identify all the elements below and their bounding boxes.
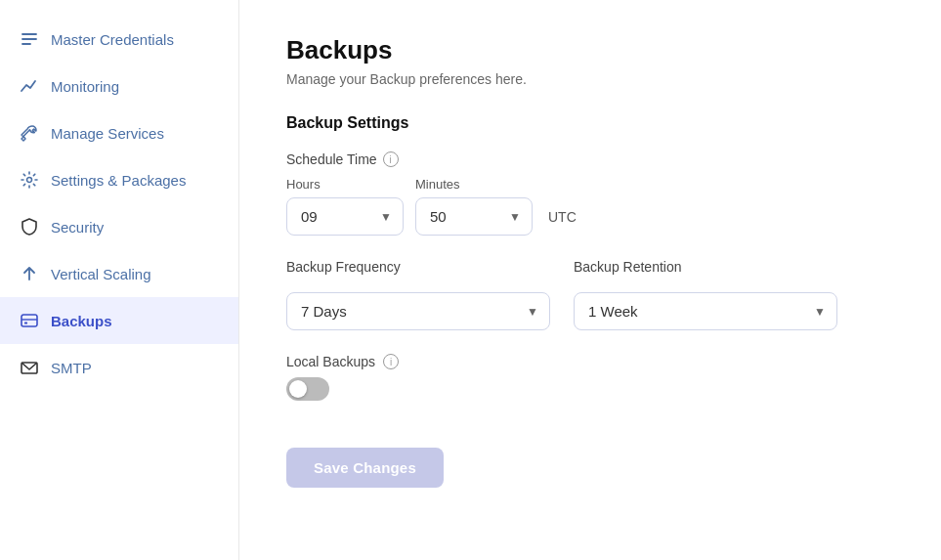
backup-icon [20,311,39,330]
backup-retention-group: Backup Retention 1 Week 2 Weeks 1 Month … [574,259,837,330]
sidebar-item-label: Backups [51,313,112,329]
sidebar-item-label: SMTP [51,360,92,376]
svg-point-3 [27,178,32,183]
backup-frequency-label: Backup Frequency [286,259,550,275]
retention-select-wrapper: 1 Week 2 Weeks 1 Month 3 Months ▼ [574,292,837,330]
sidebar-item-monitoring[interactable]: Monitoring [0,63,238,109]
sidebar-item-label: Settings & Packages [51,172,186,189]
hours-select-wrapper: 09 000102 030405 060708 101112 131415 16… [286,197,404,236]
sidebar-item-label: Vertical Scaling [51,266,151,282]
sidebar-item-security[interactable]: Security [0,203,238,250]
sidebar-item-settings-packages[interactable]: Settings & Packages [0,156,238,203]
local-backups-group: Local Backups i [286,354,894,401]
save-changes-button[interactable]: Save Changes [286,448,444,488]
sidebar-item-vertical-scaling[interactable]: Vertical Scaling [0,250,238,297]
schedule-time-info-icon[interactable]: i [383,151,399,167]
minutes-select[interactable]: 50 001020 3040 [415,197,533,236]
local-backups-row: Local Backups i [286,354,894,369]
retention-select[interactable]: 1 Week 2 Weeks 1 Month 3 Months [574,292,837,330]
sidebar-item-label: Security [51,219,104,236]
minutes-field-group: Minutes 50 001020 3040 ▼ [415,177,533,236]
freq-retention-row: Backup Frequency 7 Days 1 Day 3 Days 14 … [286,259,894,330]
minutes-select-wrapper: 50 001020 3040 ▼ [415,197,533,236]
main-content: Backups Manage your Backup preferences h… [239,0,941,560]
sidebar-item-label: Master Credentials [51,31,174,48]
sidebar: Master Credentials Monitoring Manage Ser… [0,0,239,560]
sidebar-item-backups[interactable]: Backups [0,297,238,344]
backup-retention-label: Backup Retention [574,259,837,275]
local-backups-toggle[interactable] [286,377,894,401]
toggle-thumb [289,380,307,398]
hours-label: Hours [286,177,404,192]
sidebar-item-master-credentials[interactable]: Master Credentials [0,16,238,63]
wrench-icon [20,123,39,143]
toggle-track [286,377,329,401]
minutes-label: Minutes [415,177,533,192]
local-backups-label: Local Backups [286,354,375,369]
frequency-select[interactable]: 7 Days 1 Day 3 Days 14 Days 30 Days [286,292,550,330]
sidebar-item-manage-services[interactable]: Manage Services [0,109,238,156]
schedule-time-label: Schedule Time i [286,151,894,167]
shield-icon [20,217,39,237]
svg-rect-6 [24,323,27,324]
hours-select[interactable]: 09 000102 030405 060708 101112 131415 16… [286,197,404,236]
arrow-up-icon [20,264,39,283]
section-title: Backup Settings [286,114,894,132]
chart-icon [20,76,39,96]
utc-label: UTC [548,209,577,225]
gear-icon [20,170,39,190]
backup-frequency-group: Backup Frequency 7 Days 1 Day 3 Days 14 … [286,259,550,330]
list-icon [20,29,39,49]
frequency-select-wrapper: 7 Days 1 Day 3 Days 14 Days 30 Days ▼ [286,292,550,330]
sidebar-item-label: Monitoring [51,78,119,95]
mail-icon [20,358,39,377]
time-row: Hours 09 000102 030405 060708 101112 131… [286,177,894,236]
schedule-time-group: Schedule Time i Hours 09 000102 030405 0… [286,151,894,236]
hours-field-group: Hours 09 000102 030405 060708 101112 131… [286,177,404,236]
local-backups-info-icon[interactable]: i [383,354,399,369]
sidebar-item-smtp[interactable]: SMTP [0,344,238,391]
sidebar-item-label: Manage Services [51,125,164,142]
page-subtitle: Manage your Backup preferences here. [286,71,894,87]
page-title: Backups [286,35,894,65]
svg-rect-4 [21,315,37,326]
